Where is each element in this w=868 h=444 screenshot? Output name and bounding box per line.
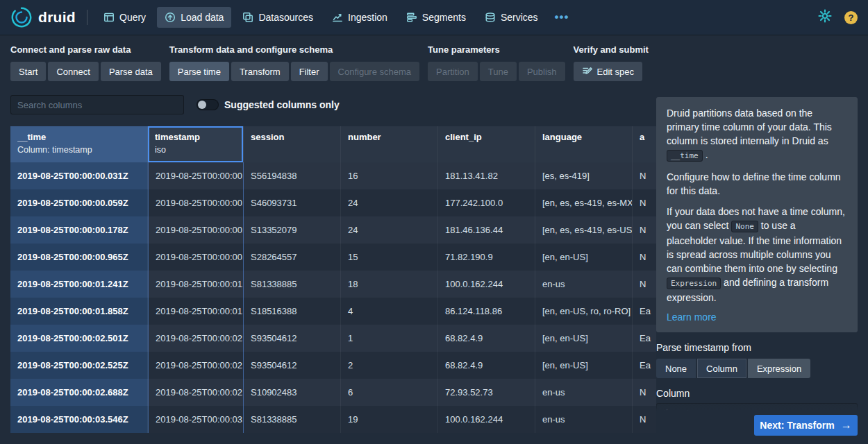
step-parse-time[interactable]: Parse time <box>169 62 229 81</box>
step-publish: Publish <box>519 62 565 81</box>
table-cell: 71.82.190.9 <box>438 244 535 271</box>
table-cell: S81338885 <box>244 271 341 298</box>
table-cell: 177.242.100.0 <box>438 189 535 216</box>
table-cell: [en, en-US] <box>535 352 633 379</box>
inline-code: Expression <box>667 278 721 289</box>
next-transform-button[interactable]: Next: Transform → <box>754 415 858 436</box>
step-start[interactable]: Start <box>10 62 46 81</box>
query-icon <box>103 12 115 23</box>
callout-paragraphs: Druid partitions data based on the prima… <box>667 106 847 305</box>
edit-spec-icon <box>582 66 593 77</box>
table-cell: N <box>633 244 656 271</box>
parse-timestamp-from-label: Parse timestamp from <box>656 342 858 353</box>
table-cell: 2019-08-25T00:00:01.241Z <box>148 271 244 298</box>
column-header-client-ip[interactable]: client_ip <box>438 126 535 162</box>
gear-icon[interactable] <box>818 9 832 26</box>
step-group-verify-and-submit: Verify and submitEdit spec <box>574 44 649 92</box>
step-filter[interactable]: Filter <box>291 62 328 81</box>
table-cell: 2019-08-25T00:00:02.525Z <box>10 352 148 379</box>
inline-code: __time <box>667 150 703 162</box>
step-parse-data[interactable]: Parse data <box>101 62 161 81</box>
column-name: session <box>251 132 333 142</box>
nav-item-segments[interactable]: Segments <box>399 7 474 28</box>
parse-time-panel: Druid partitions data based on the prima… <box>656 97 858 411</box>
nav-item-query[interactable]: Query <box>96 7 153 28</box>
table-cell: 19 <box>341 406 438 433</box>
step-group-title: Connect and parse raw data <box>10 44 161 55</box>
column-name: number <box>348 132 431 142</box>
nav-item-label: Load data <box>181 12 224 23</box>
step-label: Filter <box>299 67 319 77</box>
column-header-time[interactable]: __timeColumn: timestamp <box>10 126 148 162</box>
table-cell: 100.0.162.244 <box>438 271 535 298</box>
table-cell: 2019-08-25T00:00:00.178Z <box>148 216 244 244</box>
step-label: Transform <box>240 67 281 77</box>
stepper: Connect and parse raw dataStartConnectPa… <box>0 35 868 92</box>
table-cell: N <box>633 406 656 433</box>
table-cell: 2019-08-25T00:00:03.546Z <box>10 406 148 433</box>
nav-item-ingestion[interactable]: Ingestion <box>324 7 395 28</box>
table-cell: 2019-08-25T00:00:01.241Z <box>10 271 148 298</box>
help-icon[interactable]: ? <box>844 11 858 24</box>
table-cell: en-us <box>535 271 633 298</box>
nav-item-load-data[interactable]: Load data <box>157 7 231 28</box>
search-input[interactable] <box>10 95 184 114</box>
step-transform[interactable]: Transform <box>231 62 289 81</box>
nav-item-datasources[interactable]: Datasources <box>235 7 321 28</box>
column-name: __time <box>17 132 140 142</box>
table-cell: 2019-08-25T00:00:02.501Z <box>10 325 148 352</box>
table-cell: N <box>633 162 656 189</box>
parse-from-option-expression[interactable]: Expression <box>748 359 810 378</box>
table-row: 2019-08-25T00:00:00.059Z2019-08-25T00:00… <box>10 189 656 216</box>
navbar-right: ? <box>818 9 858 26</box>
nav-item-services[interactable]: Services <box>477 7 546 28</box>
table-cell: 181.13.41.82 <box>438 162 535 189</box>
table-row: 2019-08-25T00:00:02.501Z2019-08-25T00:00… <box>10 325 656 352</box>
table-cell: 16 <box>341 162 438 189</box>
column-name: a <box>640 132 656 142</box>
column-header-timestamp[interactable]: timestampiso <box>148 126 244 162</box>
column-header-a[interactable]: a <box>633 126 656 162</box>
column-input[interactable] <box>656 403 858 411</box>
table-cell: 24 <box>341 189 438 216</box>
column-header-number[interactable]: number <box>341 126 438 162</box>
druid-logo[interactable] <box>10 6 33 28</box>
step-connect[interactable]: Connect <box>48 62 98 81</box>
step-partition: Partition <box>428 62 478 81</box>
parse-from-option-column[interactable]: Column <box>697 359 746 378</box>
segments-icon <box>406 12 417 23</box>
table-cell: en-us <box>535 406 633 433</box>
column-name: language <box>542 132 625 142</box>
more-icon[interactable]: ••• <box>549 10 575 24</box>
step-edit-spec[interactable]: Edit spec <box>574 62 642 81</box>
column-name: timestamp <box>155 132 236 142</box>
brand-text[interactable]: druid <box>38 9 76 26</box>
preview-table: __timeColumn: timestamptimestampisosessi… <box>10 126 656 434</box>
suggested-columns-toggle[interactable] <box>197 99 219 110</box>
table-cell: Ea <box>633 352 656 379</box>
table-cell: 2019-08-25T00:00:03.546Z <box>148 406 244 433</box>
inline-code: None <box>731 221 758 232</box>
nav-item-label: Query <box>119 12 146 23</box>
column-header-language[interactable]: language <box>535 126 633 162</box>
column-name: client_ip <box>445 132 528 142</box>
table-cell: S81338885 <box>244 406 341 433</box>
step-label: Parse data <box>109 67 153 77</box>
step-group-title: Verify and submit <box>574 44 649 55</box>
step-label: Publish <box>527 67 557 77</box>
table-cell: 2019-08-25T00:00:00.031Z <box>10 162 148 189</box>
table-cell: 15 <box>341 244 438 271</box>
column-header-session[interactable]: session <box>244 126 341 162</box>
step-label: Parse time <box>178 67 221 77</box>
parse-from-option-none[interactable]: None <box>656 359 696 378</box>
time-column-callout: Druid partitions data based on the prima… <box>656 97 858 332</box>
table-cell: [en, es, es-419, es-MX] <box>535 189 633 216</box>
table-cell: N <box>633 379 656 406</box>
step-configure-schema: Configure schema <box>330 62 420 81</box>
callout-paragraph: Configure how to define the time column … <box>667 170 847 198</box>
table-cell: 2019-08-25T00:00:02.688Z <box>10 379 148 406</box>
learn-more-link[interactable]: Learn more <box>667 310 717 324</box>
table-cell: [en, en-US, ro, ro-RO] <box>535 298 633 325</box>
table-row: 2019-08-25T00:00:00.031Z2019-08-25T00:00… <box>10 162 656 189</box>
table-cell: 1 <box>341 325 438 352</box>
